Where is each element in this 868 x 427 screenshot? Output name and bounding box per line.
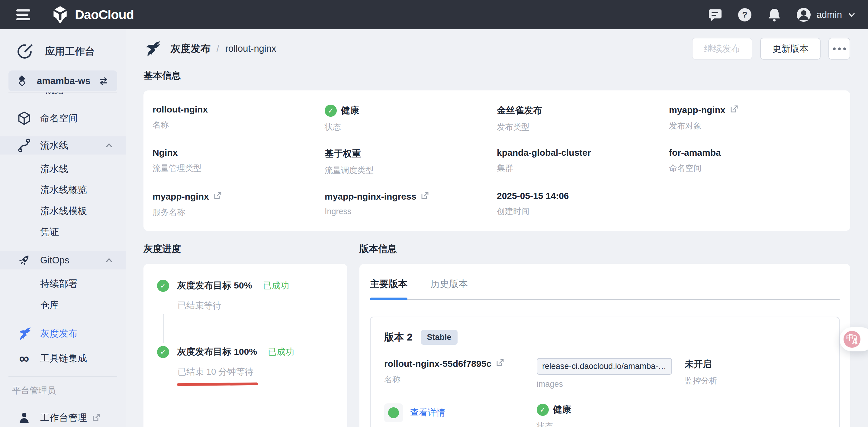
breadcrumb: 灰度发布 / rollout-nginx bbox=[144, 41, 276, 57]
language-switch-button[interactable]: 中 A bbox=[840, 327, 868, 351]
breadcrumb-parent[interactable]: 灰度发布 bbox=[170, 42, 211, 56]
health-check-icon: ✓ bbox=[537, 404, 549, 416]
field-ingress: myapp-nginx-ingress Ingress bbox=[325, 191, 497, 218]
chevron-up-icon bbox=[104, 141, 114, 150]
main-content: 灰度发布 / rollout-nginx 继续发布 更新版本 基本信息 roll… bbox=[126, 29, 868, 427]
image-tag[interactable]: release-ci.daocloud.io/amamba-test... bbox=[537, 358, 672, 375]
external-link-icon[interactable] bbox=[421, 191, 430, 202]
sidebar-item-continuous-deployment[interactable]: 持续部署 bbox=[0, 274, 126, 294]
field-monitor-analysis: 未开启 监控分析 bbox=[685, 358, 826, 389]
version-tabs: 主要版本 历史版本 bbox=[370, 278, 840, 300]
step-success-icon: ✓ bbox=[157, 346, 169, 358]
pipeline-icon bbox=[17, 138, 32, 153]
user-menu[interactable]: admin bbox=[796, 7, 856, 22]
sidebar-item-pipeline-templates[interactable]: 流水线模板 bbox=[0, 200, 126, 221]
version-panel: 主要版本 历史版本 版本 2 Stable rollout-nginx-55d6… bbox=[360, 264, 850, 427]
sidebar-section-gitops[interactable]: GitOps bbox=[0, 251, 126, 269]
infinity-icon: ∞ bbox=[17, 351, 32, 366]
translate-icon: 中 A bbox=[843, 331, 861, 348]
version-2-card: 版本 2 Stable rollout-nginx-55d6f7895c 名称 bbox=[370, 317, 840, 427]
stable-badge: Stable bbox=[421, 330, 458, 345]
field-images: release-ci.daocloud.io/amamba-test... im… bbox=[537, 358, 685, 389]
workspace-icon bbox=[16, 75, 28, 87]
field-name: rollout-nginx 名称 bbox=[153, 104, 325, 133]
sidebar-section-pipelines[interactable]: 流水线 bbox=[0, 136, 126, 154]
sidebar: 应用工作台 amamba-ws 概览 命名空间 bbox=[0, 29, 126, 427]
basic-info-title: 基本信息 bbox=[144, 69, 850, 82]
field-pod-status: 查看详情 Pod 状态 bbox=[384, 403, 537, 427]
tab-history-version[interactable]: 历史版本 bbox=[430, 278, 468, 290]
field-namespace: for-amamba 命名空间 bbox=[669, 148, 841, 176]
avatar bbox=[796, 7, 811, 22]
field-traffic-schedule-type: 基于权重 流量调度类型 bbox=[325, 148, 497, 176]
sidebar-item-toolchain-integration[interactable]: ∞ 工具链集成 bbox=[0, 349, 126, 367]
version-card-title: 版本 2 bbox=[384, 331, 412, 344]
pod-status-box bbox=[384, 403, 403, 422]
progress-title: 灰度进度 bbox=[144, 243, 347, 255]
field-created-time: 2025-05-15 14:06 创建时间 bbox=[497, 191, 669, 218]
field-release-target: myapp-nginx 发布对象 bbox=[669, 104, 841, 133]
person-icon bbox=[17, 410, 32, 426]
more-actions-button[interactable] bbox=[829, 38, 850, 60]
sidebar-section-platform-admin: 平台管理员 bbox=[12, 385, 126, 397]
red-annotation-line bbox=[177, 382, 258, 386]
sidebar-item-pipelines[interactable]: 流水线 bbox=[0, 159, 126, 180]
workspace-header: 应用工作台 bbox=[0, 38, 126, 65]
field-traffic-mgmt-type: Nginx 流量管理类型 bbox=[153, 148, 325, 176]
brand-logo[interactable]: DaoCloud bbox=[51, 5, 134, 24]
external-link-icon[interactable] bbox=[496, 358, 505, 369]
field-cluster: kpanda-global-cluster 集群 bbox=[497, 148, 669, 176]
step-success-icon: ✓ bbox=[157, 280, 169, 292]
progress-card: ✓ 灰度发布目标 50% 已成功 已结束等待 ✓ 灰度发布目标 100% 已成功 bbox=[144, 264, 347, 427]
update-version-button[interactable]: 更新版本 bbox=[760, 38, 820, 60]
workspace-selector[interactable]: amamba-ws bbox=[8, 70, 117, 91]
field-version-name: rollout-nginx-55d6f7895c 名称 bbox=[384, 358, 537, 389]
pod-green-dot bbox=[388, 407, 399, 418]
external-link-icon[interactable] bbox=[213, 191, 222, 202]
chevron-up-icon bbox=[104, 256, 114, 265]
field-service-name: myapp-nginx 服务名称 bbox=[153, 191, 325, 218]
health-check-icon: ✓ bbox=[325, 105, 337, 117]
sidebar-item-namespaces[interactable]: 命名空间 bbox=[0, 109, 126, 127]
progress-step-2: ✓ 灰度发布目标 100% 已成功 已结束 10 分钟等待 bbox=[157, 346, 334, 386]
step-connector bbox=[163, 314, 334, 343]
sidebar-item-canary-release[interactable]: 灰度发布 bbox=[0, 324, 126, 343]
continue-release-button[interactable]: 继续发布 bbox=[692, 38, 752, 60]
rocket-icon bbox=[17, 253, 32, 268]
bird-icon bbox=[17, 326, 32, 341]
sidebar-item-credentials[interactable]: 凭证 bbox=[0, 221, 126, 242]
svg-text:?: ? bbox=[742, 10, 747, 19]
brand-name: DaoCloud bbox=[75, 7, 134, 22]
menu-toggle-button[interactable] bbox=[16, 9, 30, 20]
field-health-status: ✓健康 状态 bbox=[537, 403, 685, 427]
notification-bell-icon[interactable] bbox=[767, 7, 782, 23]
sidebar-divider bbox=[8, 376, 117, 377]
workspace-name: amamba-ws bbox=[37, 76, 90, 86]
progress-step-1: ✓ 灰度发布目标 50% 已成功 已结束等待 bbox=[157, 279, 334, 312]
daocloud-cube-icon bbox=[51, 5, 69, 24]
workspace-title: 应用工作台 bbox=[45, 45, 95, 58]
help-icon[interactable]: ? bbox=[737, 7, 753, 23]
breadcrumb-current: rollout-nginx bbox=[225, 43, 276, 54]
field-status: ✓健康 状态 bbox=[325, 104, 497, 133]
sidebar-item-overview-clipped[interactable]: 概览 bbox=[8, 92, 117, 98]
field-release-type: 金丝雀发布 发布类型 bbox=[497, 104, 669, 133]
tab-main-version[interactable]: 主要版本 bbox=[370, 278, 407, 290]
external-link-icon[interactable] bbox=[730, 104, 739, 116]
view-details-link[interactable]: 查看详情 bbox=[410, 407, 445, 419]
switch-workspace-icon[interactable] bbox=[98, 75, 109, 87]
external-link-icon bbox=[92, 413, 101, 423]
chevron-down-icon bbox=[847, 10, 856, 19]
canary-bird-icon bbox=[144, 41, 161, 57]
compose-icon bbox=[17, 43, 33, 60]
namespace-cube-icon bbox=[17, 111, 32, 126]
basic-info-card: rollout-nginx 名称 ✓健康 状态 金丝雀发布 发布类型 myapp… bbox=[144, 90, 850, 231]
sidebar-item-repositories[interactable]: 仓库 bbox=[0, 294, 126, 315]
sidebar-item-pipeline-overview[interactable]: 流水线概览 bbox=[0, 180, 126, 200]
username: admin bbox=[817, 9, 842, 20]
sidebar-item-workbench-management[interactable]: 工作台管理 bbox=[0, 409, 126, 427]
feedback-icon[interactable] bbox=[707, 7, 723, 23]
topbar: DaoCloud ? admin bbox=[0, 0, 868, 29]
version-title: 版本信息 bbox=[360, 243, 850, 255]
breadcrumb-separator: / bbox=[217, 43, 219, 54]
